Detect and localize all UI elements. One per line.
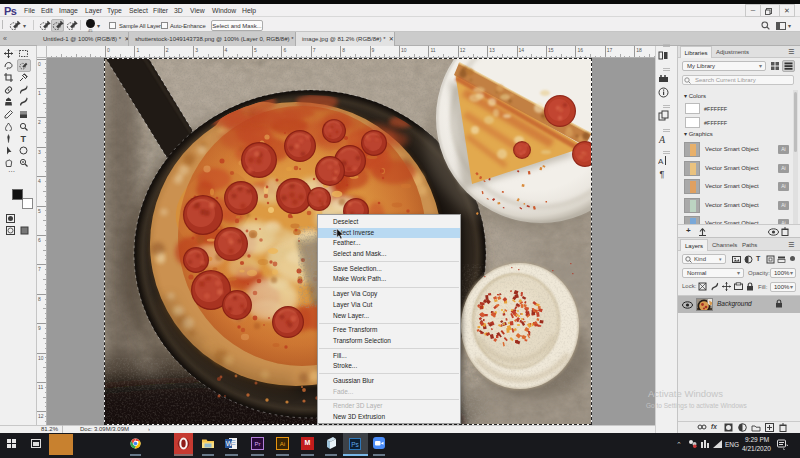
svg-text:A: A (658, 134, 666, 145)
svg-text:W: W (226, 440, 233, 447)
svg-text:T: T (21, 134, 27, 143)
svg-text:A: A (658, 157, 664, 166)
svg-text:¶: ¶ (660, 169, 665, 179)
